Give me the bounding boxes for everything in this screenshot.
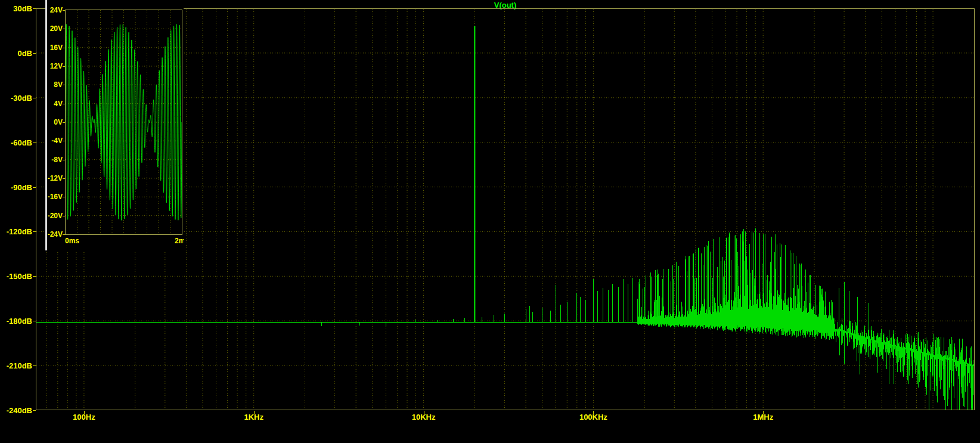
time-y-tick-mark [63, 234, 65, 235]
fft-y-tick-mark [33, 8, 36, 9]
time-x-tick-label: 2ms [175, 237, 184, 245]
time-y-tick-mark [63, 66, 65, 67]
fft-y-tick-label: -180dB [1, 317, 32, 326]
time-y-tick-label: 8V [46, 80, 63, 89]
fft-y-tick-label: -90dB [1, 182, 32, 191]
time-y-tick-label: 24V [46, 6, 63, 14]
time-y-tick-label: 20V [46, 24, 63, 33]
fft-y-tick-label: -30dB [1, 93, 32, 102]
fft-y-tick-mark [33, 231, 36, 232]
fft-x-tick-label: 10KHz [412, 413, 436, 422]
time-y-tick-mark [63, 160, 65, 160]
time-y-tick-label: 12V [46, 62, 63, 70]
time-y-tick-mark [63, 10, 65, 11]
time-plot-pane[interactable] [65, 10, 182, 235]
fft-y-tick-label: -150dB [1, 272, 32, 281]
waveform-viewer: { "colors": { "background": "#000000", "… [0, 0, 980, 443]
fft-x-tick-mark [593, 411, 594, 414]
fft-spikes-trace [321, 228, 975, 410]
fft-x-tick-label: 1KHz [244, 413, 263, 422]
fft-y-tick-label: -240dB [1, 406, 32, 415]
time-y-tick-label: -8V [46, 156, 63, 164]
time-y-tick-label: 4V [46, 100, 63, 108]
time-y-tick-mark [63, 122, 65, 123]
time-y-tick-label: -4V [46, 137, 63, 145]
time-y-tick-label: -24V [46, 230, 63, 238]
fft-y-tick-mark [33, 98, 36, 98]
time-y-tick-label: 16V [46, 44, 63, 52]
fft-y-tick-mark [33, 187, 36, 188]
fft-y-tick-mark [33, 321, 36, 321]
time-y-tick-mark [63, 85, 65, 85]
time-y-tick-label: 0V [46, 118, 63, 126]
time-y-tick-mark [63, 216, 65, 216]
fft-x-tick-label: 100KHz [579, 413, 607, 422]
time-x-tick-label: 0ms [65, 237, 79, 245]
fft-x-tick-mark [424, 411, 424, 414]
time-y-tick-label: -12V [46, 174, 63, 182]
fft-y-tick-label: -210dB [1, 361, 32, 370]
time-y-tick-mark [63, 178, 65, 179]
fft-y-tick-label: 30dB [1, 4, 32, 13]
time-y-tick-mark [63, 48, 65, 48]
time-y-tick-label: -20V [46, 212, 63, 220]
fft-x-tick-mark [763, 411, 764, 414]
fft-x-tick-label: 1MHz [753, 413, 773, 422]
fft-y-tick-label: 0dB [1, 48, 32, 57]
fft-x-tick-mark [84, 411, 85, 414]
fft-x-tick-label: 100Hz [73, 413, 95, 422]
fft-y-tick-mark [33, 365, 36, 366]
fft-y-tick-mark [33, 142, 36, 143]
fft-y-tick-label: -60dB [1, 138, 32, 147]
time-y-tick-label: -16V [46, 193, 63, 201]
time-plot-canvas [65, 10, 182, 235]
fft-y-tick-label: -120dB [1, 227, 32, 236]
time-y-tick-mark [63, 197, 65, 197]
time-y-tick-mark [63, 141, 65, 141]
fft-x-tick-mark [254, 411, 255, 414]
fft-y-tick-mark [33, 53, 36, 54]
fft-y-tick-mark [33, 276, 36, 277]
time-y-tick-mark [63, 104, 65, 104]
fft-y-tick-mark [33, 410, 36, 411]
time-domain-window[interactable]: 24V20V16V12V8V4V0V-4V-8V-12V-16V-20V-24V… [45, 0, 184, 250]
time-y-tick-mark [63, 29, 65, 29]
